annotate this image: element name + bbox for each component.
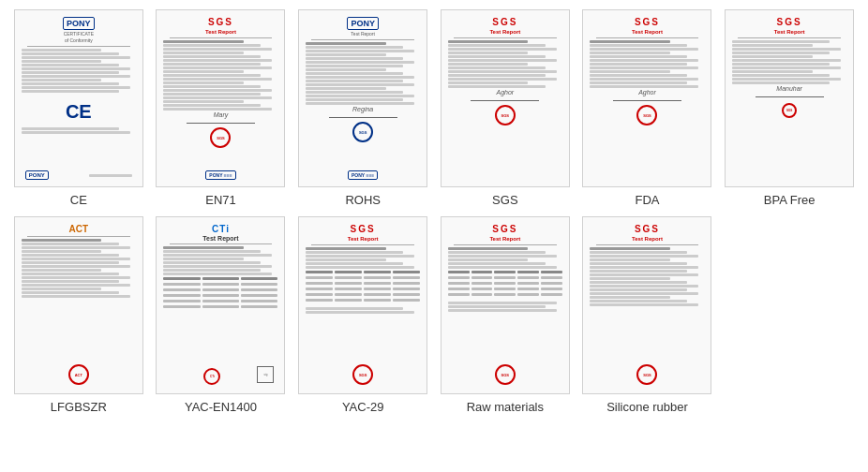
cert-item-silicone-rubber[interactable]: SGS Test Report bbox=[580, 216, 715, 416]
certifications-grid: PONY CERTIFICATEof Conformity bbox=[0, 0, 868, 425]
cert-label-en71: EN71 bbox=[205, 191, 236, 209]
cert-item-yac-29[interactable]: SGS Test Report bbox=[295, 216, 430, 416]
cert-item-yac-en1400[interactable]: CTi Test Report bbox=[154, 216, 289, 416]
cert-label-ce: CE bbox=[70, 191, 87, 209]
cert-label-raw-materials: Raw materials bbox=[467, 398, 544, 416]
cert-item-ce[interactable]: PONY CERTIFICATEof Conformity bbox=[11, 9, 146, 209]
cert-label-silicone-rubber: Silicone rubber bbox=[606, 398, 688, 416]
cert-label-yac-29: YAC-29 bbox=[342, 398, 384, 416]
cti-logo: CTi bbox=[212, 224, 230, 234]
cert-label-yac-en1400: YAC-EN1400 bbox=[185, 398, 257, 416]
cert-image-fda: SGS Test Report bbox=[582, 9, 711, 187]
cert-item-raw-materials[interactable]: SGS Test Report bbox=[438, 216, 573, 416]
cert-item-sgs[interactable]: SGS Test Report bbox=[438, 9, 573, 209]
cert-item-fda[interactable]: SGS Test Report bbox=[580, 9, 715, 209]
cert-item-bpa[interactable]: SGS Test Report Manuhar bbox=[722, 9, 857, 209]
cert-image-yac-29: SGS Test Report bbox=[298, 216, 427, 394]
pony-logo: PONY bbox=[63, 17, 95, 30]
cert-label-rohs: ROHS bbox=[345, 191, 381, 209]
ce-mark: CE bbox=[66, 101, 92, 123]
cert-image-lfgbszr: ACT bbox=[14, 216, 143, 394]
cert-image-silicone-rubber: SGS Test Report bbox=[582, 216, 711, 394]
cert-image-ce: PONY CERTIFICATEof Conformity bbox=[14, 9, 143, 187]
cert-item-en71[interactable]: SGS Test Report bbox=[154, 9, 289, 209]
cert-label-bpa: BPA Free bbox=[764, 191, 816, 209]
cert-image-bpa: SGS Test Report Manuhar bbox=[725, 9, 854, 187]
act-logo: ACT bbox=[69, 224, 89, 234]
cert-label-lfgbszr: LFGBSZR bbox=[51, 398, 107, 416]
cert-image-sgs: SGS Test Report bbox=[441, 9, 570, 187]
cert-image-raw-materials: SGS Test Report bbox=[441, 216, 570, 394]
sgs-logo-en71: SGS bbox=[208, 17, 233, 27]
cert-item-lfgbszr[interactable]: ACT bbox=[11, 216, 146, 416]
cert-image-yac-en1400: CTi Test Report bbox=[156, 216, 285, 394]
cert-label-sgs: SGS bbox=[492, 191, 517, 209]
cert-image-en71: SGS Test Report bbox=[156, 9, 285, 187]
cert-image-rohs: PONY Test Report bbox=[298, 9, 427, 187]
cert-item-rohs[interactable]: PONY Test Report bbox=[295, 9, 430, 209]
cert-label-fda: FDA bbox=[635, 191, 659, 209]
